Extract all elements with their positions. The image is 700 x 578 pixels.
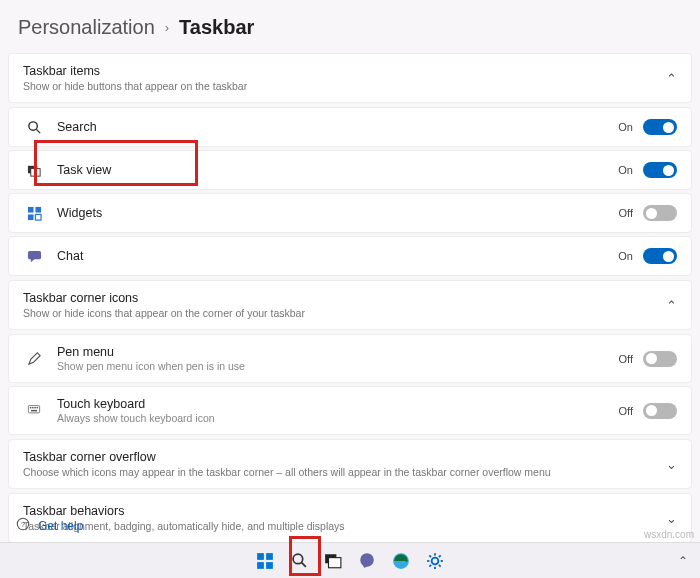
svg-line-32 xyxy=(439,564,441,566)
taskbar-search-icon[interactable] xyxy=(287,549,311,573)
get-help-link[interactable]: ? Get help xyxy=(16,517,83,534)
svg-rect-16 xyxy=(257,553,264,560)
row-pen-menu: Pen menu Show pen menu icon when pen is … xyxy=(8,334,692,383)
chevron-down-icon: ⌄ xyxy=(666,511,677,526)
taskbar-taskview-icon[interactable] xyxy=(321,549,345,573)
section-desc: Show or hide buttons that appear on the … xyxy=(23,80,666,92)
row-widgets: Widgets Off xyxy=(8,193,692,233)
svg-rect-5 xyxy=(35,206,41,212)
svg-rect-3 xyxy=(30,168,39,176)
svg-point-0 xyxy=(28,121,36,129)
taskview-icon xyxy=(25,161,43,179)
row-label: Task view xyxy=(57,163,618,177)
section-behaviors[interactable]: Taskbar behaviors Taskbar alignment, bad… xyxy=(8,493,692,543)
svg-rect-6 xyxy=(27,214,33,220)
keyboard-icon xyxy=(25,402,43,420)
svg-line-33 xyxy=(429,564,431,566)
svg-rect-13 xyxy=(31,409,37,411)
chevron-up-icon: ⌃ xyxy=(666,298,677,313)
toggle-widgets[interactable] xyxy=(643,205,677,221)
pen-icon xyxy=(25,350,43,368)
row-label: Pen menu xyxy=(57,345,619,359)
svg-rect-18 xyxy=(257,562,264,569)
toggle-state: Off xyxy=(619,353,633,365)
chevron-down-icon: ⌄ xyxy=(666,457,677,472)
search-icon xyxy=(25,118,43,136)
svg-rect-11 xyxy=(34,406,36,408)
chevron-right-icon: › xyxy=(165,20,169,35)
svg-line-31 xyxy=(429,555,431,557)
row-touch-keyboard: Touch keyboard Always show touch keyboar… xyxy=(8,386,692,435)
svg-point-20 xyxy=(293,554,303,564)
toggle-pen[interactable] xyxy=(643,351,677,367)
system-taskbar: ⌃ xyxy=(0,542,700,578)
toggle-keyboard[interactable] xyxy=(643,403,677,419)
row-chat: Chat On xyxy=(8,236,692,276)
watermark: wsxdn.com xyxy=(644,529,694,540)
svg-rect-8 xyxy=(28,405,39,413)
chevron-up-icon: ⌃ xyxy=(666,71,677,86)
breadcrumb-current: Taskbar xyxy=(179,16,254,39)
taskbar-settings-icon[interactable] xyxy=(423,549,447,573)
toggle-state: Off xyxy=(619,207,633,219)
svg-rect-9 xyxy=(30,406,32,408)
svg-point-26 xyxy=(432,557,439,564)
row-label: Touch keyboard xyxy=(57,397,619,411)
taskbar-edge-icon[interactable] xyxy=(389,549,413,573)
row-sublabel: Always show touch keyboard icon xyxy=(57,412,619,424)
svg-text:?: ? xyxy=(21,521,25,528)
toggle-taskview[interactable] xyxy=(643,162,677,178)
svg-line-21 xyxy=(301,563,305,567)
section-desc: Show or hide icons that appear on the co… xyxy=(23,307,666,319)
help-icon: ? xyxy=(16,517,30,534)
start-icon[interactable] xyxy=(253,549,277,573)
svg-rect-12 xyxy=(37,406,39,408)
svg-line-1 xyxy=(36,129,40,133)
row-sublabel: Show pen menu icon when pen is in use xyxy=(57,360,619,372)
section-desc: Taskbar alignment, badging, automaticall… xyxy=(23,520,666,532)
toggle-chat[interactable] xyxy=(643,248,677,264)
row-label: Chat xyxy=(57,249,618,263)
chat-icon xyxy=(25,247,43,265)
tray-chevron-up-icon[interactable]: ⌃ xyxy=(678,554,688,568)
svg-rect-23 xyxy=(329,557,341,567)
section-title: Taskbar corner icons xyxy=(23,291,666,305)
svg-rect-10 xyxy=(32,406,34,408)
row-search: Search On xyxy=(8,107,692,147)
svg-rect-19 xyxy=(266,562,273,569)
toggle-state: On xyxy=(618,250,633,262)
section-desc: Choose which icons may appear in the tas… xyxy=(23,466,666,478)
svg-line-34 xyxy=(439,555,441,557)
svg-rect-17 xyxy=(266,553,273,560)
toggle-state: On xyxy=(618,121,633,133)
row-label: Widgets xyxy=(57,206,619,220)
breadcrumb-parent[interactable]: Personalization xyxy=(18,16,155,39)
taskbar-chat-icon[interactable] xyxy=(355,549,379,573)
breadcrumb: Personalization › Taskbar xyxy=(0,0,700,49)
section-corner-icons[interactable]: Taskbar corner icons Show or hide icons … xyxy=(8,280,692,330)
svg-rect-4 xyxy=(27,206,33,212)
toggle-search[interactable] xyxy=(643,119,677,135)
section-overflow[interactable]: Taskbar corner overflow Choose which ico… xyxy=(8,439,692,489)
row-label: Search xyxy=(57,120,618,134)
toggle-state: Off xyxy=(619,405,633,417)
section-title: Taskbar behaviors xyxy=(23,504,666,518)
section-title: Taskbar corner overflow xyxy=(23,450,666,464)
widgets-icon xyxy=(25,204,43,222)
help-label[interactable]: Get help xyxy=(38,519,83,533)
toggle-state: On xyxy=(618,164,633,176)
svg-rect-7 xyxy=(35,214,41,220)
section-taskbar-items[interactable]: Taskbar items Show or hide buttons that … xyxy=(8,53,692,103)
section-title: Taskbar items xyxy=(23,64,666,78)
row-task-view: Task view On xyxy=(8,150,692,190)
